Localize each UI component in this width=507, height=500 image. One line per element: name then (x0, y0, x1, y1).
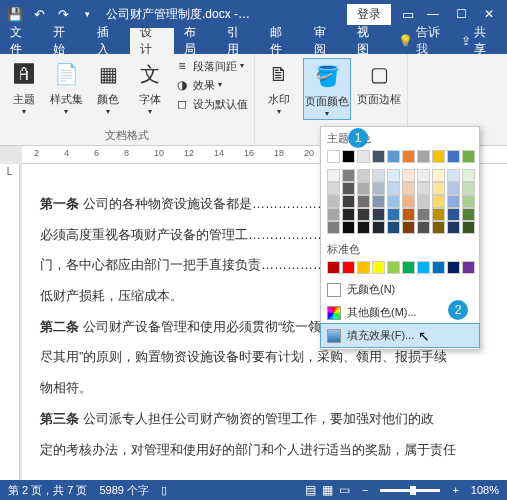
color-swatch[interactable] (447, 221, 460, 234)
color-swatch[interactable] (447, 208, 460, 221)
tab-mailings[interactable]: 邮件 (260, 28, 303, 54)
zoom-in-icon[interactable]: + (452, 484, 458, 496)
undo-icon[interactable]: ↶ (28, 3, 50, 25)
color-swatch[interactable] (447, 150, 460, 163)
color-swatch[interactable] (402, 221, 415, 234)
tab-file[interactable]: 文件 (0, 28, 43, 54)
color-swatch[interactable] (447, 195, 460, 208)
color-swatch[interactable] (462, 261, 475, 274)
color-swatch[interactable] (432, 195, 445, 208)
color-swatch[interactable] (417, 195, 430, 208)
color-swatch[interactable] (342, 182, 355, 195)
color-swatch[interactable] (447, 261, 460, 274)
color-swatch[interactable] (417, 208, 430, 221)
color-swatch[interactable] (357, 195, 370, 208)
color-swatch[interactable] (387, 169, 400, 182)
color-swatch[interactable] (447, 169, 460, 182)
color-swatch[interactable] (327, 169, 340, 182)
color-swatch[interactable] (342, 208, 355, 221)
view-print-icon[interactable]: ▦ (322, 483, 333, 497)
zoom-slider[interactable] (380, 489, 440, 492)
color-swatch[interactable] (372, 261, 385, 274)
ribbon-options-icon[interactable]: ▭ (397, 3, 419, 25)
tell-me[interactable]: 💡告诉我 (398, 28, 451, 54)
color-swatch[interactable] (432, 182, 445, 195)
view-read-icon[interactable]: ▤ (305, 483, 316, 497)
color-swatch[interactable] (432, 208, 445, 221)
share-button[interactable]: ⇪共享 (451, 28, 507, 54)
color-swatch[interactable] (342, 150, 355, 163)
color-swatch[interactable] (357, 221, 370, 234)
color-swatch[interactable] (357, 261, 370, 274)
color-swatch[interactable] (402, 261, 415, 274)
tab-references[interactable]: 引用 (217, 28, 260, 54)
color-swatch[interactable] (447, 182, 460, 195)
color-swatch[interactable] (402, 208, 415, 221)
color-swatch[interactable] (417, 261, 430, 274)
color-swatch[interactable] (432, 221, 445, 234)
color-swatch[interactable] (432, 169, 445, 182)
color-swatch[interactable] (327, 195, 340, 208)
tab-view[interactable]: 视图 (347, 28, 390, 54)
tab-layout[interactable]: 布局 (174, 28, 217, 54)
watermark-button[interactable]: 🗎 水印▾ (261, 58, 297, 116)
color-swatch[interactable] (402, 169, 415, 182)
color-swatch[interactable] (462, 169, 475, 182)
maximize-icon[interactable]: ☐ (447, 0, 475, 28)
color-swatch[interactable] (387, 150, 400, 163)
themes-button[interactable]: 🅰 主题▾ (6, 58, 42, 116)
zoom-out-icon[interactable]: − (362, 484, 368, 496)
status-page[interactable]: 第 2 页，共 7 页 (8, 483, 87, 498)
color-swatch[interactable] (327, 261, 340, 274)
color-swatch[interactable] (372, 182, 385, 195)
color-swatch[interactable] (417, 182, 430, 195)
color-swatch[interactable] (372, 169, 385, 182)
color-swatch[interactable] (372, 221, 385, 234)
status-words[interactable]: 5989 个字 (99, 483, 149, 498)
no-color-item[interactable]: 无颜色(N) (321, 278, 479, 301)
style-set-button[interactable]: 📄 样式集▾ (48, 58, 84, 116)
color-swatch[interactable] (432, 150, 445, 163)
color-swatch[interactable] (462, 221, 475, 234)
para-spacing-button[interactable]: ≡段落间距 ▾ (174, 58, 248, 74)
color-swatch[interactable] (342, 195, 355, 208)
color-swatch[interactable] (372, 195, 385, 208)
color-swatch[interactable] (357, 208, 370, 221)
fonts-button[interactable]: 文 字体▾ (132, 58, 168, 116)
color-swatch[interactable] (372, 208, 385, 221)
view-web-icon[interactable]: ▭ (339, 483, 350, 497)
redo-icon[interactable]: ↷ (52, 3, 74, 25)
color-swatch[interactable] (342, 221, 355, 234)
colors-button[interactable]: ▦ 颜色▾ (90, 58, 126, 116)
tab-insert[interactable]: 插入 (87, 28, 130, 54)
color-swatch[interactable] (462, 208, 475, 221)
color-swatch[interactable] (402, 195, 415, 208)
color-swatch[interactable] (402, 150, 415, 163)
save-icon[interactable]: 💾 (4, 3, 26, 25)
color-swatch[interactable] (357, 182, 370, 195)
color-swatch[interactable] (462, 150, 475, 163)
tab-review[interactable]: 审阅 (304, 28, 347, 54)
color-swatch[interactable] (387, 221, 400, 234)
color-swatch[interactable] (357, 150, 370, 163)
color-swatch[interactable] (387, 208, 400, 221)
tab-home[interactable]: 开始 (43, 28, 86, 54)
color-swatch[interactable] (417, 169, 430, 182)
color-swatch[interactable] (387, 195, 400, 208)
login-button[interactable]: 登录 (347, 4, 391, 25)
effects-button[interactable]: ◑效果 ▾ (174, 77, 248, 93)
zoom-level[interactable]: 108% (471, 484, 499, 496)
color-swatch[interactable] (432, 261, 445, 274)
color-swatch[interactable] (462, 195, 475, 208)
color-swatch[interactable] (327, 221, 340, 234)
color-swatch[interactable] (357, 169, 370, 182)
qat-customize-icon[interactable]: ▾ (76, 3, 98, 25)
color-swatch[interactable] (402, 182, 415, 195)
set-default-button[interactable]: ◻设为默认值 (174, 96, 248, 112)
color-swatch[interactable] (387, 182, 400, 195)
color-swatch[interactable] (417, 150, 430, 163)
fill-effects-item[interactable]: 填充效果(F)... (321, 324, 479, 347)
tab-design[interactable]: 设计 (130, 28, 173, 54)
color-swatch[interactable] (462, 182, 475, 195)
color-swatch[interactable] (417, 221, 430, 234)
